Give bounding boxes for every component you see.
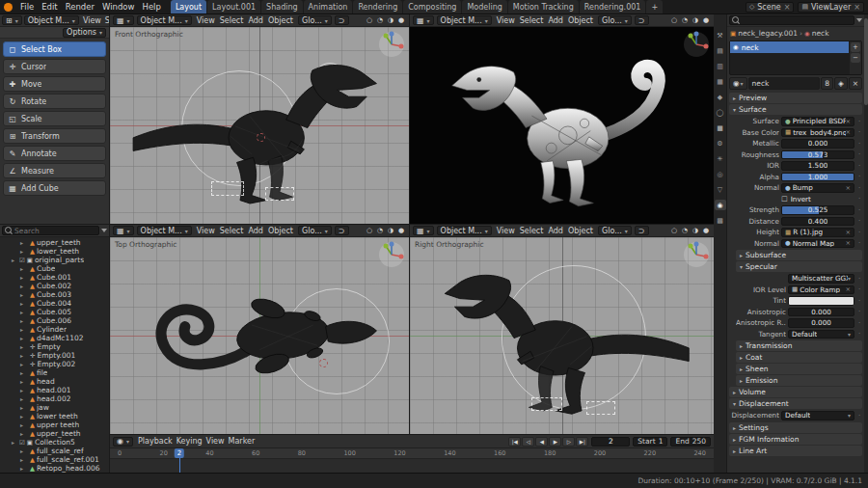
timeline-track[interactable]: [110, 459, 714, 473]
properties-tab-icon[interactable]: ✳: [715, 153, 726, 164]
properties-tab-icon[interactable]: ▦: [715, 76, 726, 87]
expand-icon[interactable]: [20, 421, 26, 428]
panel-coat[interactable]: Coat: [736, 352, 862, 363]
mode-select[interactable]: Object M...: [437, 226, 492, 235]
property-row[interactable]: Alpha 1.000: [729, 172, 862, 183]
expand-icon[interactable]: [12, 439, 17, 446]
panel-settings[interactable]: Settings: [729, 422, 862, 433]
unlink-button[interactable]: ×: [849, 77, 862, 90]
outliner-item[interactable]: ▲ lower_teeth: [0, 247, 109, 256]
timeline-menu[interactable]: Marker: [227, 437, 258, 446]
outliner-item[interactable]: ▲ Cube.002: [0, 282, 109, 290]
editor-type-icon[interactable]: ◉: [113, 437, 133, 447]
timeline-menu[interactable]: View: [204, 437, 227, 446]
start-frame-field[interactable]: Start1: [633, 437, 667, 447]
properties-tab-icon[interactable]: ▥: [715, 61, 726, 71]
expand-icon[interactable]: [20, 456, 26, 463]
outliner-item[interactable]: ▲ Cube: [0, 264, 109, 273]
property-widget[interactable]: [788, 296, 854, 306]
view-gizmo[interactable]: [378, 31, 405, 58]
property-widget[interactable]: 1.500: [781, 161, 854, 171]
workspace-tab[interactable]: Rendering: [353, 0, 402, 14]
tool-button[interactable]: ↻ Rotate: [3, 94, 106, 109]
properties-tab-icon[interactable]: ⚙: [715, 138, 726, 149]
tool-button[interactable]: ✛ Cursor: [3, 59, 106, 74]
collection-checkbox[interactable]: ☑: [19, 257, 25, 264]
property-widget[interactable]: 0.400: [781, 217, 854, 227]
outliner-item[interactable]: ▲ Cube.006: [0, 316, 109, 325]
current-frame-field[interactable]: 2: [591, 437, 630, 447]
panel-subsurface[interactable]: Subsurface: [736, 250, 862, 260]
animate-dot[interactable]: [856, 330, 862, 338]
viewport-menu[interactable]: Select: [518, 227, 546, 235]
viewport-front[interactable]: ▦ Object M... ViewSelectAddObject Glo...…: [110, 14, 410, 224]
shading-mode-icon[interactable]: ◑: [386, 227, 395, 234]
property-row[interactable]: Strength 0.525: [729, 204, 862, 216]
transport-button[interactable]: ◁: [522, 437, 534, 447]
shading-mode-icon[interactable]: ◑: [691, 227, 700, 234]
property-widget[interactable]: 0.000: [781, 139, 854, 149]
close-icon[interactable]: [854, 3, 860, 12]
animate-dot[interactable]: [856, 195, 862, 203]
viewport-menu[interactable]: Object: [266, 227, 295, 235]
panel-line-art[interactable]: Line Art: [729, 446, 862, 456]
property-widget[interactable]: ▦ R (1).jpg: [781, 228, 854, 237]
editor-type-icon[interactable]: ⊞: [2, 15, 22, 25]
expand-icon[interactable]: [20, 317, 26, 324]
menu-item[interactable]: Window: [98, 2, 139, 12]
filter-icon[interactable]: [101, 229, 107, 232]
mode-select[interactable]: Object M...: [437, 15, 492, 25]
tool-button[interactable]: ✎ Annotate: [3, 146, 106, 161]
menu-item[interactable]: File: [16, 2, 38, 12]
expand-icon[interactable]: [20, 326, 26, 333]
shading-mode-icon[interactable]: ◔: [375, 227, 385, 234]
expand-icon[interactable]: [20, 274, 26, 281]
properties-tab-icon[interactable]: ▩: [715, 215, 726, 226]
workspace-tab[interactable]: Compositing: [403, 0, 461, 14]
options-dropdown[interactable]: Options: [63, 28, 106, 38]
timeline-menu[interactable]: Playback: [136, 437, 175, 446]
breadcrumb-material[interactable]: neck: [812, 29, 829, 38]
outliner-item[interactable]: ✛ Empty.002: [0, 360, 109, 368]
expand-icon[interactable]: [20, 335, 26, 341]
snap-icon[interactable]: ⊃: [335, 15, 349, 25]
shading-mode-icon[interactable]: ○: [365, 16, 374, 24]
transport-button[interactable]: |◀: [508, 437, 521, 447]
property-widget[interactable]: ● Principled BSDF: [781, 117, 854, 126]
expand-icon[interactable]: [20, 352, 26, 359]
viewport-canvas[interactable]: Top Orthographic: [110, 237, 409, 434]
shading-mode-icon[interactable]: ○: [669, 227, 679, 234]
outliner-item[interactable]: ▲ Retopo_head.006: [0, 464, 109, 473]
viewport-render[interactable]: ▦ Object M... ViewSelectAddObject Glo...…: [410, 14, 714, 224]
editor-type-icon[interactable]: ▦: [413, 15, 434, 25]
animate-dot[interactable]: [856, 297, 862, 305]
property-row[interactable]: Invert: [729, 194, 862, 205]
filter-icon[interactable]: [856, 18, 862, 22]
scrollbar[interactable]: [864, 14, 868, 473]
property-widget[interactable]: 0.000: [788, 318, 854, 328]
workspace-tab[interactable]: Rendering.001: [580, 0, 646, 14]
panel-preview[interactable]: Preview: [729, 93, 862, 103]
menu-item[interactable]: Render: [62, 2, 98, 12]
scrollbar-thumb[interactable]: [864, 18, 868, 105]
property-row[interactable]: Normal ● Bump: [729, 182, 862, 194]
animate-dot[interactable]: [856, 217, 862, 225]
blender-logo-icon[interactable]: [4, 3, 13, 12]
properties-tab-icon[interactable]: ◆: [715, 92, 726, 102]
snap-icon[interactable]: ⊃: [635, 15, 649, 25]
expand-icon[interactable]: [20, 465, 26, 472]
viewport-menu[interactable]: Select: [218, 16, 246, 25]
expand-icon[interactable]: [20, 265, 26, 272]
viewport-menu[interactable]: View: [495, 227, 517, 235]
viewport-menu[interactable]: Select: [518, 16, 546, 25]
property-widget[interactable]: 0.573: [781, 150, 854, 160]
transport-button[interactable]: ◀: [535, 437, 548, 447]
transport-button[interactable]: ▶|: [576, 437, 588, 447]
expand-icon[interactable]: [20, 239, 26, 246]
slot-add-remove-button[interactable]: +: [851, 42, 860, 52]
animate-dot[interactable]: [856, 150, 862, 158]
shading-mode-icon[interactable]: ●: [396, 16, 406, 24]
animate-dot[interactable]: [856, 308, 862, 315]
property-row[interactable]: Tint: [736, 295, 862, 307]
expand-icon[interactable]: [20, 361, 26, 367]
